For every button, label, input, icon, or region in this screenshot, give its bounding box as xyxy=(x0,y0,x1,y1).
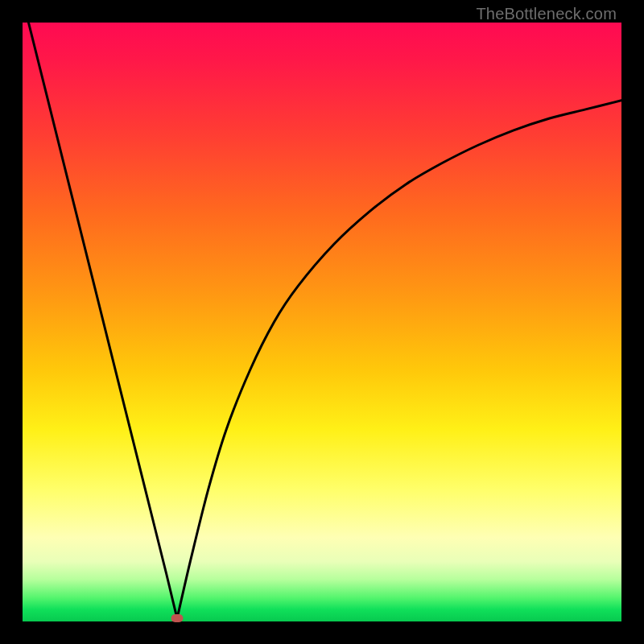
optimal-point-marker xyxy=(171,614,184,622)
chart-frame xyxy=(23,23,621,621)
watermark-text: TheBottleneck.com xyxy=(476,5,617,23)
chart-gradient-bg xyxy=(23,23,621,621)
